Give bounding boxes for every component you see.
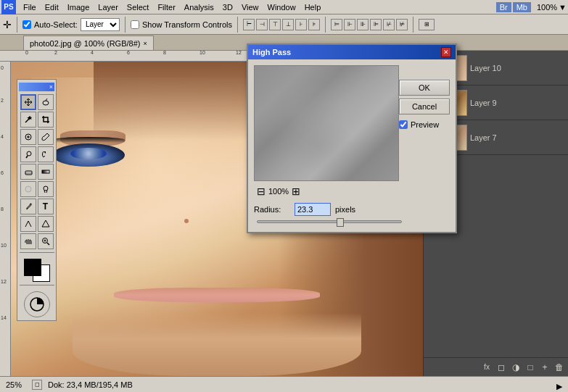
menu-file[interactable]: File bbox=[19, 2, 41, 12]
dialog-preview[interactable] bbox=[254, 65, 399, 181]
zoom-display: 25% bbox=[6, 380, 26, 389]
view-toggle-btn[interactable]: ◻ bbox=[32, 380, 42, 390]
dialog-close-btn[interactable]: ✕ bbox=[441, 47, 451, 57]
auto-select-dropdown[interactable]: Layer Group bbox=[81, 18, 120, 31]
dist-right-icon[interactable]: ⊪ bbox=[357, 19, 369, 30]
menu-bridge[interactable]: Br bbox=[496, 2, 511, 12]
menu-filter[interactable]: Filter bbox=[153, 2, 179, 12]
tool-spot-heal[interactable] bbox=[20, 129, 36, 145]
zoom-percent: 100% bbox=[268, 187, 289, 196]
menu-select[interactable]: Select bbox=[123, 2, 154, 12]
quick-mask-btn[interactable] bbox=[24, 291, 50, 317]
tools-panel-close[interactable]: × bbox=[49, 83, 53, 91]
tool-pen[interactable] bbox=[20, 199, 36, 214]
menu-help[interactable]: Help bbox=[300, 2, 326, 12]
high-pass-dialog[interactable]: High Pass ✕ ⊟ 100% ⊞ Radius: bbox=[247, 43, 457, 233]
dist-center-icon[interactable]: ⊩ bbox=[344, 19, 355, 30]
tool-blur[interactable] bbox=[20, 181, 36, 197]
dist-bottom-icon[interactable]: ⊭ bbox=[396, 19, 408, 30]
tool-history[interactable] bbox=[38, 146, 54, 162]
tool-crop[interactable] bbox=[38, 112, 54, 128]
tool-hand[interactable] bbox=[20, 233, 36, 249]
tool-gradient[interactable] bbox=[38, 164, 54, 180]
radius-slider[interactable] bbox=[257, 220, 402, 223]
radius-label: Radius: bbox=[254, 205, 290, 214]
tab-label: photo02.jpg @ 100% (RGB/8#) bbox=[30, 39, 140, 48]
menu-layer[interactable]: Layer bbox=[94, 2, 123, 12]
menu-window[interactable]: Window bbox=[263, 2, 300, 12]
layers-adjust-btn[interactable]: ◑ bbox=[510, 362, 522, 373]
layers-delete-btn[interactable]: 🗑 bbox=[553, 362, 565, 373]
distribute-icons: ⊨ ⊩ ⊪ ⊫ ⊬ ⊭ bbox=[331, 19, 408, 30]
dialog-buttons: OK Cancel Preview bbox=[399, 80, 450, 129]
align-right-icon[interactable]: ⊤ bbox=[269, 19, 281, 30]
tool-clone[interactable] bbox=[20, 146, 36, 162]
layer-name-10: Layer 10 bbox=[470, 64, 501, 72]
dialog-titlebar[interactable]: High Pass ✕ bbox=[248, 45, 456, 59]
zoom-out-btn[interactable]: ⊟ bbox=[257, 185, 266, 197]
tool-row-7: T bbox=[20, 199, 54, 214]
sep5 bbox=[413, 17, 413, 33]
layers-add-mask-btn[interactable]: ◻ bbox=[495, 362, 507, 373]
zoom-dropdown-icon[interactable]: ▼ bbox=[559, 3, 567, 12]
tool-row-9 bbox=[20, 233, 54, 249]
auto-select-label: Auto-Select: bbox=[34, 20, 78, 29]
show-transform-checkbox[interactable] bbox=[131, 20, 139, 29]
zoom-in-btn[interactable]: ⊞ bbox=[292, 185, 300, 197]
scroll-bar-h[interactable] bbox=[139, 381, 551, 388]
dist-left-icon[interactable]: ⊨ bbox=[331, 19, 342, 30]
layer-name-9: Layer 9 bbox=[470, 99, 497, 107]
menu-analysis[interactable]: Analysis bbox=[180, 2, 218, 12]
options-toolbar: ✛ Auto-Select: Layer Group Show Transfor… bbox=[0, 14, 568, 35]
slider-container bbox=[257, 220, 402, 223]
cancel-button[interactable]: Cancel bbox=[399, 99, 450, 114]
dialog-zoom-bar: ⊟ 100% ⊞ bbox=[257, 185, 402, 197]
dialog-title: High Pass bbox=[252, 48, 291, 57]
tab-close-btn[interactable]: × bbox=[143, 40, 147, 47]
align-center-icon[interactable]: ⊣ bbox=[256, 19, 268, 30]
tool-magic-wand[interactable] bbox=[20, 112, 36, 128]
ok-button[interactable]: OK bbox=[399, 80, 450, 96]
tool-shape[interactable] bbox=[38, 216, 54, 232]
auto-select-checkbox[interactable] bbox=[22, 20, 31, 29]
spacing-icon[interactable]: ⊞ bbox=[419, 19, 435, 30]
color-boxes bbox=[24, 259, 50, 282]
dist-middle-icon[interactable]: ⊬ bbox=[383, 19, 395, 30]
foreground-color[interactable] bbox=[24, 259, 41, 276]
layers-group-btn[interactable]: □ bbox=[524, 362, 536, 373]
tool-lasso[interactable] bbox=[38, 94, 54, 110]
menu-minibr[interactable]: Mb bbox=[513, 2, 531, 12]
preview-checkbox[interactable] bbox=[399, 120, 408, 129]
tool-brush[interactable] bbox=[38, 129, 54, 145]
tools-panel-header[interactable]: × bbox=[19, 83, 54, 91]
menu-view[interactable]: View bbox=[237, 2, 263, 12]
menu-3d[interactable]: 3D bbox=[218, 2, 237, 12]
status-bar: 25% ◻ Dok: 23,4 MB/195,4 MB ▶ bbox=[0, 376, 568, 392]
tool-move[interactable] bbox=[20, 94, 36, 110]
align-top-icon[interactable]: ⊥ bbox=[282, 19, 294, 30]
tool-dodge[interactable] bbox=[38, 181, 54, 197]
dist-top-icon[interactable]: ⊫ bbox=[370, 19, 382, 30]
menu-image[interactable]: Image bbox=[63, 2, 94, 12]
align-bottom-icon[interactable]: ⊧ bbox=[308, 19, 320, 30]
slider-thumb[interactable] bbox=[337, 218, 344, 227]
tool-row-5 bbox=[20, 164, 54, 180]
move-tool-icon[interactable]: ✛ bbox=[3, 19, 12, 30]
sep2 bbox=[125, 17, 125, 33]
document-tab[interactable]: photo02.jpg @ 100% (RGB/8#) × bbox=[23, 36, 154, 50]
align-middle-icon[interactable]: ⊦ bbox=[295, 19, 307, 30]
align-left-icon[interactable]: ⊢ bbox=[243, 19, 255, 30]
tool-row-1 bbox=[20, 94, 54, 110]
tool-text[interactable]: T bbox=[38, 199, 54, 214]
menu-edit[interactable]: Edit bbox=[41, 2, 63, 12]
tool-eraser[interactable] bbox=[20, 164, 36, 180]
layers-new-btn[interactable]: + bbox=[539, 362, 551, 373]
dialog-body: ⊟ 100% ⊞ Radius: pixels bbox=[248, 59, 456, 232]
radius-input[interactable] bbox=[295, 203, 331, 216]
ruler-vertical: 0 2 4 6 8 10 12 14 bbox=[0, 62, 11, 376]
layers-fx-btn[interactable]: fx bbox=[481, 362, 493, 373]
sep3 bbox=[237, 17, 238, 33]
tool-zoom[interactable] bbox=[38, 233, 54, 249]
scroll-right-btn[interactable]: ▶ bbox=[556, 382, 562, 388]
tool-path-select[interactable] bbox=[20, 216, 36, 232]
